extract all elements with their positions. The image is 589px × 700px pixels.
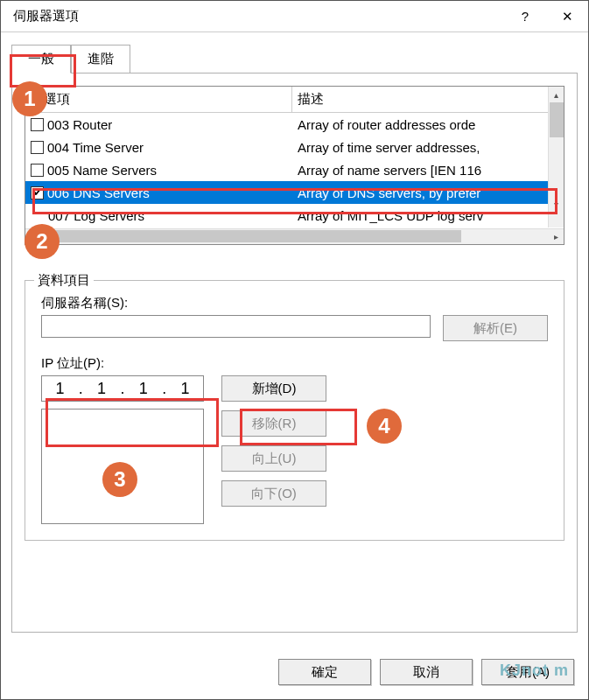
- option-code: 007 Log Servers: [48, 208, 144, 223]
- vertical-scrollbar[interactable]: ▴ ▾: [548, 87, 564, 228]
- ip-octet[interactable]: 1: [126, 380, 161, 398]
- list-item[interactable]: 005 Name Servers Array of name servers […: [25, 158, 564, 181]
- option-code: 006 DNS Servers: [47, 186, 150, 200]
- ip-octet[interactable]: 1: [84, 380, 119, 398]
- checkbox-checked-icon[interactable]: ✔: [31, 186, 44, 200]
- scroll-down-icon[interactable]: ▾: [549, 196, 564, 212]
- ip-octet[interactable]: 1: [167, 380, 202, 398]
- resolve-button: 解析(E): [443, 315, 548, 341]
- tab-pane: 用選項 描述 003 Router Array of router addres…: [11, 73, 578, 633]
- options-list: 用選項 描述 003 Router Array of router addres…: [25, 86, 564, 245]
- help-button[interactable]: ?: [504, 1, 546, 32]
- list-item[interactable]: 007 Log Servers Array of MIT_LCS UDP log…: [25, 204, 564, 227]
- option-desc: Array of MIT_LCS UDP log serv: [292, 208, 564, 223]
- window-title: 伺服器選項: [13, 8, 79, 24]
- move-down-button: 向下(O): [221, 480, 326, 507]
- checkbox-icon[interactable]: [31, 118, 44, 131]
- ip-address-input[interactable]: 1. 1. 1. 1: [41, 375, 204, 402]
- server-name-input[interactable]: [41, 315, 431, 338]
- data-entry-fieldset: 資料項目 伺服器名稱(S): 解析(E) IP 位址(P): 1. 1. 1. …: [25, 280, 564, 541]
- list-item-selected[interactable]: ✔006 DNS Servers Array of DNS servers, b…: [25, 181, 564, 204]
- tabs: 一般 進階: [11, 45, 578, 74]
- scroll-left-icon[interactable]: ◂: [25, 229, 41, 244]
- scroll-thumb[interactable]: [41, 230, 461, 242]
- scroll-up-icon[interactable]: ▴: [549, 87, 564, 102]
- option-code: 003 Router: [47, 117, 112, 132]
- col-header-option[interactable]: 用選項: [25, 87, 292, 112]
- ip-listbox[interactable]: [41, 409, 204, 524]
- option-desc: Array of time server addresses,: [292, 140, 564, 155]
- option-desc: Array of router addresses orde: [292, 117, 564, 132]
- option-desc: Array of name servers [IEN 116: [292, 163, 564, 178]
- server-name-label: 伺服器名稱(S):: [41, 295, 548, 312]
- ip-address-label: IP 位址(P):: [41, 355, 548, 372]
- col-header-desc[interactable]: 描述: [292, 87, 564, 112]
- checkbox-icon[interactable]: [31, 164, 44, 177]
- ip-octet[interactable]: 1: [42, 380, 77, 398]
- tab-general[interactable]: 一般: [11, 45, 71, 74]
- fieldset-legend: 資料項目: [34, 272, 94, 289]
- add-button[interactable]: 新增(D): [221, 375, 326, 402]
- watermark: KJnot m: [500, 662, 569, 680]
- list-item[interactable]: 003 Router Array of router addresses ord…: [25, 113, 564, 136]
- titlebar: 伺服器選項 ? ✕: [1, 1, 588, 32]
- horizontal-scrollbar[interactable]: ◂ ▸: [25, 228, 564, 244]
- scroll-right-icon[interactable]: ▸: [548, 229, 564, 244]
- cancel-button[interactable]: 取消: [380, 659, 473, 685]
- scroll-thumb[interactable]: [550, 102, 564, 137]
- remove-button: 移除(R): [221, 410, 326, 437]
- tab-advanced[interactable]: 進階: [71, 45, 130, 74]
- option-code: 004 Time Server: [47, 140, 144, 155]
- option-desc: Array of DNS servers, by prefer: [292, 186, 564, 200]
- checkbox-icon[interactable]: [31, 141, 44, 154]
- option-code: 005 Name Servers: [47, 163, 157, 178]
- list-item[interactable]: 004 Time Server Array of time server add…: [25, 136, 564, 158]
- ok-button[interactable]: 確定: [278, 659, 371, 685]
- move-up-button: 向上(U): [221, 445, 326, 472]
- close-button[interactable]: ✕: [546, 1, 588, 32]
